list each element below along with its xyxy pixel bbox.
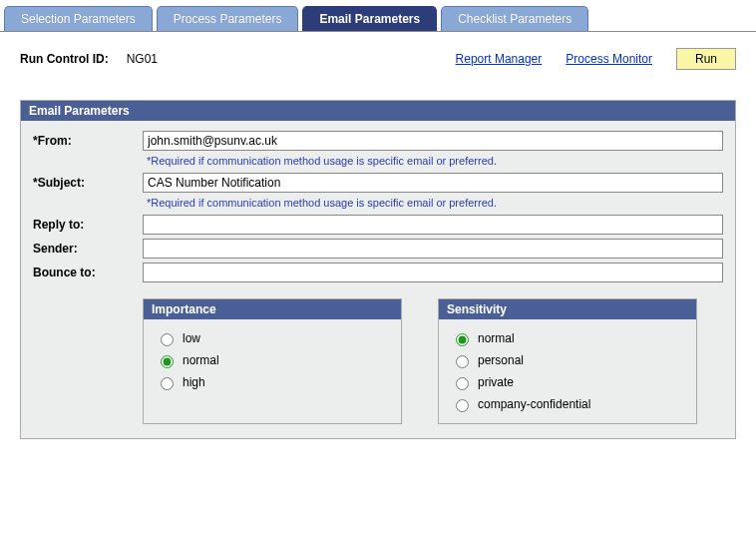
sensitivity-personal-option[interactable]: personal <box>451 349 684 371</box>
sensitivity-title: Sensitivity <box>439 299 696 319</box>
run-button[interactable]: Run <box>676 48 736 70</box>
report-manager-link[interactable]: Report Manager <box>456 52 543 66</box>
sensitivity-confidential-label: company-confidential <box>478 397 590 411</box>
sensitivity-confidential-option[interactable]: company-confidential <box>451 393 684 415</box>
tab-bar: Selection Parameters Process Parameters … <box>0 0 756 32</box>
from-hint: *Required if communication method usage … <box>143 153 723 173</box>
bounce-to-label: Bounce to: <box>33 266 143 279</box>
sensitivity-private-label: private <box>478 375 514 389</box>
process-monitor-link[interactable]: Process Monitor <box>566 52 652 66</box>
reply-to-input[interactable] <box>143 215 723 235</box>
run-control-id-value: NG01 <box>127 52 158 66</box>
importance-normal-option[interactable]: normal <box>156 349 389 371</box>
sensitivity-normal-label: normal <box>478 331 515 345</box>
tab-process-parameters[interactable]: Process Parameters <box>157 6 299 31</box>
importance-normal-radio[interactable] <box>161 355 174 368</box>
subject-hint: *Required if communication method usage … <box>143 195 723 215</box>
importance-high-option[interactable]: high <box>156 371 389 393</box>
from-label: *From: <box>33 134 143 148</box>
sender-label: Sender: <box>33 242 143 256</box>
run-control-id-label: Run Control ID: <box>20 52 109 66</box>
email-parameters-panel: Email Parameters *From: *Required if com… <box>20 100 736 439</box>
from-input[interactable] <box>143 131 723 151</box>
tab-email-parameters[interactable]: Email Parameters <box>302 6 437 31</box>
sensitivity-normal-radio[interactable] <box>456 333 469 346</box>
importance-high-label: high <box>183 375 205 389</box>
importance-title: Importance <box>144 299 401 319</box>
sensitivity-confidential-radio[interactable] <box>456 399 469 412</box>
sender-input[interactable] <box>143 239 723 259</box>
top-bar: Run Control ID: NG01 Report Manager Proc… <box>0 32 756 78</box>
subject-label: *Subject: <box>33 176 143 190</box>
importance-normal-label: normal <box>183 353 219 367</box>
subject-input[interactable] <box>143 173 723 193</box>
importance-high-radio[interactable] <box>161 377 174 390</box>
importance-low-label: low <box>183 331 200 345</box>
importance-group: Importance low normal high <box>143 298 402 424</box>
panel-title: Email Parameters <box>21 101 735 121</box>
sensitivity-normal-option[interactable]: normal <box>451 327 684 349</box>
reply-to-label: Reply to: <box>33 218 143 232</box>
importance-low-radio[interactable] <box>161 333 174 346</box>
sensitivity-group: Sensitivity normal personal private <box>438 298 697 424</box>
sensitivity-private-option[interactable]: private <box>451 371 684 393</box>
bounce-to-input[interactable] <box>143 263 723 282</box>
sensitivity-personal-label: personal <box>478 353 524 367</box>
sensitivity-personal-radio[interactable] <box>456 355 469 368</box>
tab-selection-parameters[interactable]: Selection Parameters <box>4 6 153 31</box>
importance-low-option[interactable]: low <box>156 327 389 349</box>
sensitivity-private-radio[interactable] <box>456 377 469 390</box>
tab-checklist-parameters[interactable]: Checklist Parameters <box>441 6 588 31</box>
